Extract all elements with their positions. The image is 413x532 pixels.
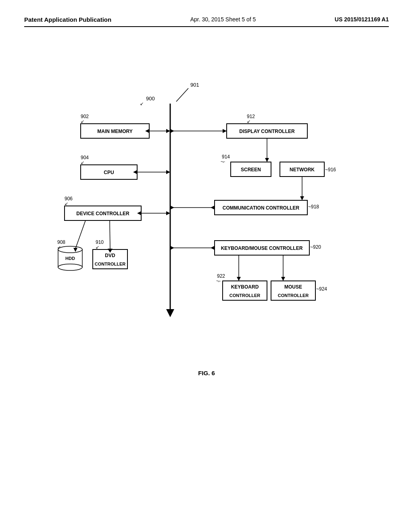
- dvd-label: DVD: [105, 253, 115, 258]
- arrow-bus-dc-bus-tip: [170, 129, 174, 133]
- hdd-cylinder-top: [58, 246, 82, 253]
- ref-906-curve: ↙: [65, 201, 68, 206]
- diagram-svg: 901 900 ↙ 902 ↙ MAIN MEMORY 904 ↙: [33, 75, 380, 357]
- display-controller-label: DISPLAY CONTROLLER: [239, 129, 295, 134]
- device-controller-label: DEVICE CONTROLLER: [76, 211, 129, 216]
- cpu-label: CPU: [104, 170, 114, 175]
- arrow-dc-dvd: [110, 220, 110, 249]
- ref-906-label: 906: [65, 196, 73, 202]
- arrow-bus-kmc-right: [211, 246, 215, 250]
- page-header: Patent Application Publication Apr. 30, …: [24, 16, 389, 27]
- dvd-controller-label: CONTROLLER: [95, 262, 125, 266]
- ref-914-label: 914: [222, 154, 230, 160]
- ref-910-curve: ↙: [96, 245, 99, 249]
- screen-label: SCREEN: [241, 167, 261, 172]
- ref-912-curve: ↙: [247, 119, 250, 124]
- page: Patent Application Publication Apr. 30, …: [0, 0, 413, 532]
- ref-900: 900: [146, 96, 155, 102]
- ref-904-curve: ↙: [81, 160, 84, 165]
- ref-900-curve: ↙: [140, 101, 144, 106]
- mouse-ctrl-label2: CONTROLLER: [278, 293, 309, 298]
- fig-caption: FIG. 6: [24, 370, 389, 376]
- arrow-kmc-mouse-tip: [281, 277, 285, 281]
- arrow-bus-kmc-left: [170, 246, 174, 250]
- arrow-bus-cc-right: [211, 206, 215, 210]
- header-patent-number: US 2015/0121169 A1: [335, 16, 389, 23]
- ref-912-label: 912: [247, 114, 255, 119]
- header-publication-label: Patent Application Publication: [24, 16, 111, 23]
- ref-902-label: 902: [81, 114, 89, 119]
- hdd-cylinder-bottom: [58, 264, 82, 270]
- arrow-bus-dc-tip: [223, 129, 227, 133]
- comm-controller-label: COMMUNICATION CONTROLLER: [223, 205, 300, 211]
- kbd-mouse-ctrl-label: KEYBOARD/MOUSE CONTROLLER: [221, 245, 303, 251]
- arrow-dc-hdd: [75, 220, 86, 249]
- ref-918-tilde: ~918: [308, 204, 319, 210]
- ref-924-tilde: ~924: [316, 286, 327, 292]
- ref-902-curve: ↙: [81, 119, 84, 124]
- arrow-901: [176, 88, 188, 102]
- diagram-container: 901 900 ↙ 902 ↙ MAIN MEMORY 904 ↙: [33, 75, 380, 357]
- ref-922-label: 922: [217, 273, 225, 279]
- bus-bottom-arrow: [166, 309, 174, 317]
- arrow-network-cc-tip: [300, 196, 304, 200]
- ref-920-tilde: ~920: [310, 244, 321, 250]
- arrow-kmc-kbd-tip: [237, 277, 241, 281]
- ref-901: 901: [190, 82, 199, 88]
- ref-908-label: 908: [57, 239, 65, 245]
- kbd-ctrl-label1: KEYBOARD: [231, 284, 259, 290]
- ref-910-label: 910: [96, 239, 104, 245]
- mouse-ctrl-label1: MOUSE: [284, 284, 302, 290]
- ref-916-tilde: ~916: [325, 167, 336, 172]
- main-memory-label: MAIN MEMORY: [97, 129, 133, 134]
- arrow-dc-screen-tip: [265, 158, 269, 162]
- header-date-sheet: Apr. 30, 2015 Sheet 5 of 5: [190, 16, 256, 23]
- kbd-ctrl-label2: CONTROLLER: [229, 293, 260, 298]
- network-label: NETWORK: [290, 167, 315, 172]
- ref-914-tilde: ~⌐: [221, 160, 225, 164]
- hdd-label: HDD: [65, 256, 75, 261]
- ref-904-label: 904: [81, 155, 89, 160]
- ref-922-tilde: ~⌐: [216, 279, 221, 283]
- arrow-bus-cc-left: [170, 206, 174, 210]
